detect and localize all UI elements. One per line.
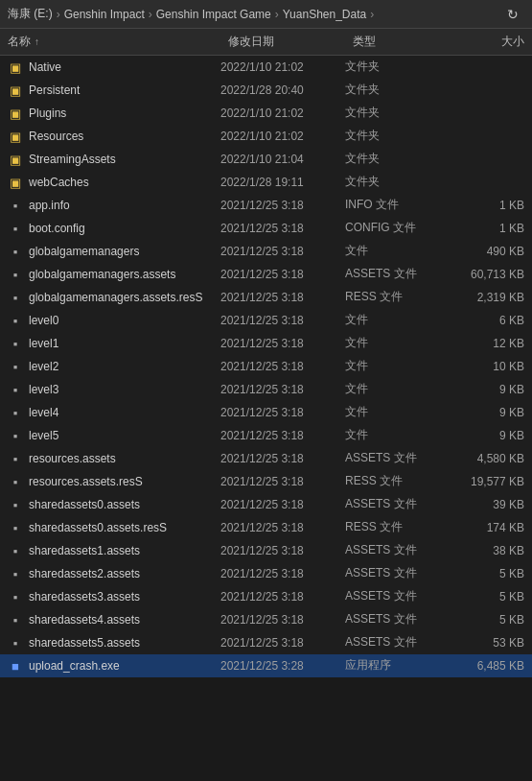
file-row[interactable]: ▪ level2 2021/12/25 3:18 文件 10 KB xyxy=(0,355,532,378)
file-size: 4,580 KB xyxy=(441,452,524,465)
file-type: RESS 文件 xyxy=(345,519,441,535)
file-row[interactable]: ▪ level3 2021/12/25 3:18 文件 9 KB xyxy=(0,378,532,401)
file-row[interactable]: ▪ globalgamemanagers.assets.resS 2021/12… xyxy=(0,286,532,309)
file-size: 174 KB xyxy=(441,521,524,534)
file-date: 2021/12/25 3:18 xyxy=(220,291,345,304)
file-date: 2021/12/25 3:18 xyxy=(220,199,345,212)
file-row[interactable]: ▪ sharedassets0.assets.resS 2021/12/25 3… xyxy=(0,516,532,539)
address-path: 海康 (E:) › Genshin Impact › Genshin Impac… xyxy=(8,6,497,22)
path-seg-0[interactable]: 海康 (E:) xyxy=(8,6,53,22)
path-seg-1[interactable]: Genshin Impact xyxy=(64,8,145,21)
file-icon: ▪ xyxy=(8,244,23,259)
file-type: 文件 xyxy=(345,312,441,328)
file-row[interactable]: ▪ sharedassets1.assets 2021/12/25 3:18 A… xyxy=(0,539,532,562)
file-row[interactable]: ▪ app.info 2021/12/25 3:18 INFO 文件 1 KB xyxy=(0,194,532,217)
file-name: sharedassets5.assets xyxy=(29,636,220,650)
file-row[interactable]: ▪ sharedassets3.assets 2021/12/25 3:18 A… xyxy=(0,585,532,608)
file-name: sharedassets1.assets xyxy=(29,544,220,557)
file-name: Resources xyxy=(29,130,220,143)
file-type: 文件夹 xyxy=(345,128,441,144)
file-type: ASSETS 文件 xyxy=(345,611,441,627)
col-header-name[interactable]: 名称 ↑ xyxy=(8,34,228,50)
file-name: sharedassets0.assets.resS xyxy=(29,521,220,534)
file-size: 53 KB xyxy=(441,636,524,650)
file-icon: ▪ xyxy=(8,474,23,489)
file-name: app.info xyxy=(29,199,220,212)
path-seg-3[interactable]: YuanShen_Data xyxy=(283,8,366,21)
file-name: level0 xyxy=(29,314,220,327)
file-date: 2021/12/25 3:18 xyxy=(220,222,345,235)
file-row[interactable]: ▣ Native 2022/1/10 21:02 文件夹 xyxy=(0,56,532,79)
file-date: 2021/12/25 3:18 xyxy=(220,452,345,465)
file-date: 2021/12/25 3:18 xyxy=(220,590,345,604)
file-date: 2021/12/25 3:18 xyxy=(220,314,345,327)
file-row[interactable]: ▪ globalgamemanagers 2021/12/25 3:18 文件 … xyxy=(0,240,532,263)
file-icon: ▣ xyxy=(8,129,23,144)
col-header-size[interactable]: 大小 xyxy=(449,34,524,50)
col-header-type[interactable]: 类型 xyxy=(353,34,449,50)
file-size: 60,713 KB xyxy=(441,268,524,281)
file-row[interactable]: ▪ globalgamemanagers.assets 2021/12/25 3… xyxy=(0,263,532,286)
file-icon: ▪ xyxy=(8,635,23,651)
file-row[interactable]: ▪ sharedassets4.assets 2021/12/25 3:18 A… xyxy=(0,608,532,631)
file-row[interactable]: ▪ sharedassets5.assets 2021/12/25 3:18 A… xyxy=(0,631,532,654)
path-sep-1: › xyxy=(149,8,152,21)
file-row[interactable]: ▣ StreamingAssets 2022/1/10 21:04 文件夹 xyxy=(0,148,532,171)
file-size: 12 KB xyxy=(441,337,524,350)
file-row[interactable]: ▣ Persistent 2022/1/28 20:40 文件夹 xyxy=(0,79,532,102)
file-name: globalgamemanagers.assets xyxy=(29,268,220,281)
file-icon: ▣ xyxy=(8,106,23,121)
file-row[interactable]: ▪ resources.assets.resS 2021/12/25 3:18 … xyxy=(0,470,532,493)
file-size: 19,577 KB xyxy=(441,475,524,488)
file-icon: ▪ xyxy=(8,290,23,305)
file-row[interactable]: ▪ level1 2021/12/25 3:18 文件 12 KB xyxy=(0,332,532,355)
file-row[interactable]: ▣ Plugins 2022/1/10 21:02 文件夹 xyxy=(0,102,532,125)
file-name: level3 xyxy=(29,383,220,396)
file-type: ASSETS 文件 xyxy=(345,634,441,651)
file-name: level2 xyxy=(29,360,220,373)
refresh-button[interactable]: ↻ xyxy=(501,5,524,24)
file-type: 文件夹 xyxy=(345,59,441,75)
file-name: upload_crash.exe xyxy=(29,659,220,673)
file-icon: ▣ xyxy=(8,175,23,190)
file-row[interactable]: ▣ Resources 2022/1/10 21:02 文件夹 xyxy=(0,125,532,148)
file-name: sharedassets4.assets xyxy=(29,613,220,627)
file-icon: ▣ xyxy=(8,152,23,167)
file-date: 2022/1/10 21:02 xyxy=(220,60,345,74)
file-row[interactable]: ▪ level4 2021/12/25 3:18 文件 9 KB xyxy=(0,401,532,424)
file-row[interactable]: ▪ level0 2021/12/25 3:18 文件 6 KB xyxy=(0,309,532,332)
path-sep-2: › xyxy=(275,8,279,21)
file-size: 5 KB xyxy=(441,590,524,604)
file-icon: ▪ xyxy=(8,428,23,443)
file-date: 2021/12/25 3:18 xyxy=(220,544,345,557)
file-row[interactable]: ▪ boot.config 2021/12/25 3:18 CONFIG 文件 … xyxy=(0,217,532,240)
file-type: RESS 文件 xyxy=(345,289,441,305)
file-type: ASSETS 文件 xyxy=(345,450,441,466)
file-type: ASSETS 文件 xyxy=(345,542,441,558)
file-type: ASSETS 文件 xyxy=(345,266,441,282)
file-name: boot.config xyxy=(29,222,220,235)
file-name: resources.assets xyxy=(29,452,220,465)
file-icon: ▣ xyxy=(8,59,23,75)
file-type: 文件夹 xyxy=(345,105,441,121)
file-type: 文件 xyxy=(345,404,441,420)
file-size: 38 KB xyxy=(441,544,524,557)
file-row[interactable]: ▪ sharedassets2.assets 2021/12/25 3:18 A… xyxy=(0,562,532,585)
col-header-date[interactable]: 修改日期 xyxy=(228,34,353,50)
file-row[interactable]: ■ upload_crash.exe 2021/12/25 3:28 应用程序 … xyxy=(0,654,532,677)
file-row[interactable]: ▪ sharedassets0.assets 2021/12/25 3:18 A… xyxy=(0,493,532,516)
path-sep-0: › xyxy=(57,8,60,21)
file-icon: ▪ xyxy=(8,405,23,420)
file-row[interactable]: ▪ resources.assets 2021/12/25 3:18 ASSET… xyxy=(0,447,532,470)
sort-arrow-icon: ↑ xyxy=(35,36,39,47)
file-icon: ▪ xyxy=(8,221,23,236)
file-row[interactable]: ▪ level5 2021/12/25 3:18 文件 9 KB xyxy=(0,424,532,447)
file-type: ASSETS 文件 xyxy=(345,496,441,512)
file-size: 2,319 KB xyxy=(441,291,524,304)
file-row[interactable]: ▣ webCaches 2022/1/28 19:11 文件夹 xyxy=(0,171,532,194)
file-date: 2022/1/28 20:40 xyxy=(220,83,345,97)
file-icon: ▪ xyxy=(8,566,23,581)
path-seg-2[interactable]: Genshin Impact Game xyxy=(156,8,271,21)
file-icon: ▪ xyxy=(8,543,23,558)
file-type: 文件 xyxy=(345,427,441,443)
